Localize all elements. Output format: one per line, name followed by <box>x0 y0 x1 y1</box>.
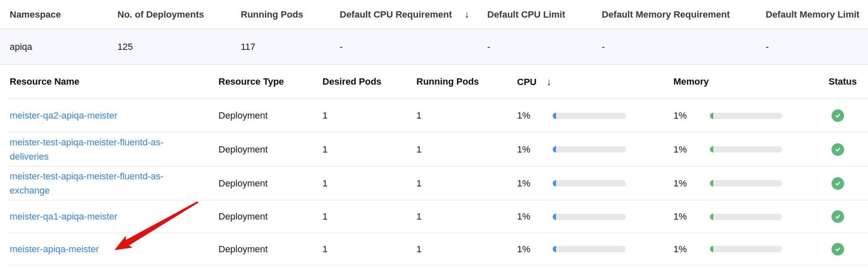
col-header-memory[interactable]: Memory <box>673 76 829 87</box>
cpu-usage-bar <box>553 246 626 252</box>
table-row: meister-test-apiqa-meister-fluentd-as-de… <box>0 132 868 166</box>
table-row: meister-apiqa-meister Deployment 1 1 1% … <box>0 233 868 265</box>
col-header-resource-name[interactable]: Resource Name <box>10 76 218 87</box>
desired-pods: 1 <box>322 244 416 255</box>
memory-usage-bar <box>710 146 782 153</box>
col-header-status[interactable]: Status <box>829 76 868 87</box>
desired-pods: 1 <box>322 178 416 189</box>
deployments-count: 125 <box>117 41 241 52</box>
status-ok-check-icon <box>832 109 844 122</box>
table-row: meister-qa1-apiqa-meister Deployment 1 1… <box>0 200 868 233</box>
status-ok-check-icon <box>832 243 844 256</box>
resource-table-header: Resource Name Resource Type Desired Pods… <box>0 65 868 99</box>
col-header-running-pods[interactable]: Running Pods <box>416 76 517 87</box>
col-header-memory-requirement[interactable]: Default Memory Requirement <box>602 9 766 20</box>
cpu-percent: 1% <box>517 244 553 255</box>
memory-percent: 1% <box>673 244 710 255</box>
status-ok-check-icon <box>832 143 844 156</box>
col-header-desired-pods[interactable]: Desired Pods <box>322 76 416 87</box>
cpu-limit-value: - <box>487 41 602 52</box>
status-ok-check-icon <box>832 210 844 223</box>
cpu-requirement-label: Default CPU Requirement <box>340 9 452 20</box>
cpu-percent: 1% <box>517 211 553 222</box>
status-ok-check-icon <box>832 177 844 190</box>
col-header-memory-limit[interactable]: Default Memory Limit <box>766 9 868 20</box>
memory-percent: 1% <box>673 178 710 189</box>
col-header-cpu-limit[interactable]: Default CPU Limit <box>487 9 602 20</box>
cpu-percent: 1% <box>517 110 553 121</box>
sort-descending-icon[interactable]: ↓ <box>546 76 551 88</box>
memory-percent: 1% <box>673 144 710 155</box>
resource-type: Deployment <box>218 178 322 189</box>
running-pods: 1 <box>416 211 517 222</box>
resource-type: Deployment <box>218 110 322 121</box>
memory-usage-bar <box>710 214 782 220</box>
running-pods: 1 <box>416 244 517 255</box>
cpu-percent: 1% <box>517 178 553 189</box>
resource-type: Deployment <box>218 211 322 222</box>
resource-type: Deployment <box>218 144 322 155</box>
cpu-requirement-value: - <box>340 41 487 52</box>
namespace-name: apiqa <box>10 41 117 52</box>
sort-descending-icon[interactable]: ↓ <box>465 9 470 20</box>
memory-usage-bar <box>710 246 782 252</box>
col-header-running-pods[interactable]: Running Pods <box>241 9 340 20</box>
col-header-cpu[interactable]: CPU↓ <box>517 76 673 88</box>
memory-usage-bar <box>710 180 782 186</box>
col-header-cpu-requirement[interactable]: Default CPU Requirement↓ <box>340 9 487 20</box>
running-pods: 1 <box>416 110 517 121</box>
desired-pods: 1 <box>322 144 416 155</box>
cpu-usage-bar <box>553 214 626 220</box>
memory-percent: 1% <box>673 211 710 222</box>
table-row: meister-qa2-apiqa-meister Deployment 1 1… <box>0 99 868 132</box>
memory-percent: 1% <box>673 110 710 121</box>
desired-pods: 1 <box>322 110 416 121</box>
memory-limit-value: - <box>766 41 868 52</box>
running-pods: 1 <box>416 178 517 189</box>
resource-link[interactable]: meister-test-apiqa-meister-fluentd-as-ex… <box>10 169 177 198</box>
desired-pods: 1 <box>322 211 416 222</box>
namespace-table-header: Namespace No. of Deployments Running Pod… <box>0 0 868 29</box>
deployments-dashboard: Namespace No. of Deployments Running Pod… <box>0 0 868 269</box>
cpu-usage-bar <box>553 146 626 153</box>
cpu-usage-bar <box>553 180 626 186</box>
col-header-namespace[interactable]: Namespace <box>10 9 117 20</box>
cpu-usage-bar <box>553 113 626 119</box>
namespace-row-apiqa[interactable]: apiqa 125 117 - - - - <box>0 29 868 65</box>
memory-usage-bar <box>710 113 782 119</box>
table-row: meister-test-apiqa-meister-fluentd-as-ex… <box>0 166 868 200</box>
resource-type: Deployment <box>218 244 322 255</box>
running-pods: 1 <box>416 144 517 155</box>
cpu-label: CPU <box>517 77 536 87</box>
resource-link[interactable]: meister-qa2-apiqa-meister <box>10 109 117 123</box>
resource-link[interactable]: meister-test-apiqa-meister-fluentd-as-de… <box>10 135 177 164</box>
cpu-percent: 1% <box>517 144 553 155</box>
memory-requirement-value: - <box>602 41 766 52</box>
col-header-deployments[interactable]: No. of Deployments <box>117 9 241 20</box>
col-header-resource-type[interactable]: Resource Type <box>218 76 322 87</box>
running-pods-count: 117 <box>241 41 340 52</box>
resource-link-annotated[interactable]: meister-apiqa-meister <box>10 242 99 256</box>
resource-link[interactable]: meister-qa1-apiqa-meister <box>10 210 117 224</box>
